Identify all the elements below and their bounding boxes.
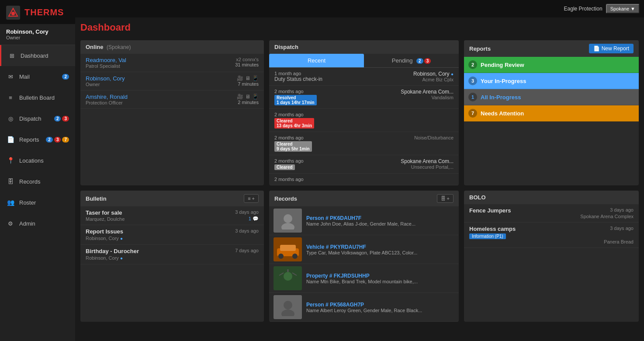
sidebar-item-dashboard[interactable]: Dashboard [0, 45, 75, 66]
reports-badge-red: 3 [54, 137, 61, 143]
dispatch-row-4[interactable]: 2 months ago Cleared9 days 5hr 1min Nois… [269, 132, 459, 155]
bulletin-panel: Bulletin ≡ + Taser for sale 3 days ago M… [80, 191, 264, 322]
record-row-1[interactable]: Person # PK6DAUH7F Name John Doe, Alias … [269, 206, 459, 235]
bolo-title: BOLO [469, 194, 486, 201]
pending-count: 2 [468, 60, 477, 69]
records-add-button[interactable]: 🗄 + [437, 194, 454, 203]
bulletin-add-button[interactable]: ≡ + [244, 194, 259, 203]
monitor-icon-2: 🖥 [245, 94, 250, 100]
person-name-robinson[interactable]: Robinson, Cory [86, 75, 125, 82]
report-item-needs-attention[interactable]: 7 Needs Attention [464, 105, 639, 122]
online-person-1: Readmoore, Val Patrol Specialist x2 conn… [80, 54, 264, 72]
bulletin-item-3[interactable]: Birthday - Durocher 7 days ago Robinson,… [80, 245, 264, 264]
person-meta-readmoore: x2 connx's 31 minutes [235, 57, 259, 67]
dispatch-row-6[interactable]: 2 months ago [269, 174, 459, 185]
tab-pending[interactable]: Pending 2 3 [364, 54, 459, 67]
bolo-title-1: Fence Jumpers [469, 207, 511, 214]
svg-point-9 [284, 272, 292, 281]
user-role: Owner [6, 35, 69, 40]
sidebar: THERMS Robinson, Cory Owner Dashboard Ma… [0, 0, 75, 341]
report-item-all-inprogress[interactable]: 1 All In-Progress [464, 89, 639, 105]
roster-icon [6, 198, 15, 207]
reports-title: Reports [469, 45, 491, 52]
bulletin-title-2[interactable]: Report Issues [86, 228, 123, 235]
bulletin-item-1[interactable]: Taser for sale 3 days ago Marquez, Doulc… [80, 206, 264, 225]
bolo-time-1: 3 days ago [610, 207, 634, 214]
mobile-icon: 📱 [252, 75, 259, 81]
sidebar-nav: Dashboard Mail 2 Bulletin Board Dispatch… [0, 45, 75, 234]
bolo-item-1[interactable]: Fence Jumpers 3 days ago Spokane Arena C… [464, 204, 639, 223]
dispatch-panel: Dispatch Recent Pending 2 3 1 month ago [269, 40, 459, 185]
dispatch-badge-blue: 2 [54, 116, 61, 122]
bulletin-author-1: Marquez, Doulche [86, 216, 125, 222]
bolo-panel-header: BOLO [464, 191, 639, 204]
online-person-2: Robinson, Cory Owner 🎥 🖥 📱 7 minutes [80, 72, 264, 90]
bulletin-item-2[interactable]: Report Issues 3 days ago Robinson, Cory … [80, 225, 264, 245]
your-inprogress-label: Your In-Progress [481, 78, 526, 84]
reports-badge-orange: 7 [62, 137, 69, 143]
reports-panel-header: Reports 📄 New Report [464, 40, 639, 57]
records-title: Records [274, 195, 297, 202]
sidebar-item-dispatch[interactable]: Dispatch 2 3 [0, 108, 75, 129]
record-desc-4: Name Albert Leroy Green, Gender Male, Ra… [306, 308, 454, 313]
dispatch-row-3[interactable]: 2 months ago Cleared13 days 4hr 3min [269, 109, 459, 132]
dispatch-row-1[interactable]: 1 month ago Duty Status check-in Robinso… [269, 68, 459, 86]
all-inprogress-count: 1 [468, 93, 477, 101]
dispatch-title: Dispatch [274, 44, 298, 50]
bulletin-title-3[interactable]: Birthday - Durocher [86, 248, 139, 254]
your-inprogress-count: 3 [468, 77, 477, 85]
bulletin-title-1[interactable]: Taser for sale [86, 209, 122, 216]
monitor-icon: 🖥 [245, 75, 250, 81]
person-name-amshire[interactable]: Amshire, Ronald [86, 94, 128, 100]
record-row-4[interactable]: Person # PK568AGH7P Name Albert Leroy Gr… [269, 293, 459, 322]
sidebar-label-reports: Reports [19, 136, 42, 143]
bolo-time-2: 3 days ago [610, 226, 634, 232]
logo-icon [6, 6, 20, 20]
sidebar-item-records[interactable]: Records [0, 171, 75, 192]
sidebar-label-dispatch: Dispatch [19, 115, 50, 122]
dispatch-badge-red: 3 [62, 116, 69, 122]
report-item-pending[interactable]: 2 Pending Review [464, 57, 639, 73]
record-row-2[interactable]: Vehicle # PKYRDAU7HF Type Car, Make Volk… [269, 235, 459, 264]
company-name: Eagle Protection [564, 6, 602, 12]
sidebar-item-locations[interactable]: Locations [0, 150, 75, 171]
svg-point-13 [284, 301, 292, 310]
locations-icon [6, 156, 15, 165]
record-thumb-2 [274, 237, 302, 261]
dispatch-row-2[interactable]: 2 months ago Resolved1 days 14hr 17min S… [269, 86, 459, 109]
sidebar-label-locations: Locations [19, 157, 69, 164]
person-name-readmoore[interactable]: Readmoore, Val [86, 57, 126, 63]
admin-icon [6, 219, 15, 228]
topbar: Eagle Protection Spokane ▼ [75, 0, 644, 17]
sidebar-item-reports[interactable]: Reports 2 3 7 [0, 129, 75, 150]
bolo-item-2[interactable]: Homeless camps 3 days ago Information (P… [464, 223, 639, 248]
svg-point-7 [292, 254, 298, 259]
dispatch-icon [6, 114, 15, 123]
sidebar-item-admin[interactable]: Admin [0, 213, 75, 234]
file-icon: 📄 [593, 45, 600, 52]
record-id-1: Person # PK6DAUH7F [306, 215, 454, 221]
sidebar-item-mail[interactable]: Mail 2 [0, 66, 75, 87]
user-section: Robinson, Cory Owner [0, 24, 75, 45]
dispatch-row-5[interactable]: 2 months ago Cleared Spokane Arena Com..… [269, 155, 459, 174]
sidebar-item-roster[interactable]: Roster [0, 192, 75, 213]
sidebar-header: THERMS [0, 0, 75, 24]
svg-point-14 [281, 310, 294, 316]
record-row-3[interactable]: Property # FKJRDSUHHP Name Mtn Bike, Bra… [269, 264, 459, 293]
records-add-icon: 🗄 [441, 196, 446, 201]
tab-recent[interactable]: Recent [269, 54, 364, 67]
location-selector[interactable]: Spokane ▼ [606, 4, 640, 14]
svg-point-6 [278, 254, 284, 259]
report-item-your-inprogress[interactable]: 3 Your In-Progress [464, 73, 639, 89]
sidebar-item-bulletin[interactable]: Bulletin Board [0, 87, 75, 108]
new-report-button[interactable]: 📄 New Report [589, 44, 634, 53]
records-panel-header: Records 🗄 + [269, 191, 459, 206]
all-inprogress-label: All In-Progress [481, 94, 521, 101]
sidebar-label-mail: Mail [19, 73, 58, 80]
bolo-tag-info: Information (P1) [469, 233, 506, 239]
status-cleared-1: Cleared13 days 4hr 3min [274, 118, 314, 129]
bulletin-title: Bulletin [86, 195, 107, 202]
record-thumb-4 [274, 295, 302, 319]
sidebar-label-admin: Admin [19, 220, 69, 227]
online-panel-header: Online (Spokane) [80, 40, 264, 54]
